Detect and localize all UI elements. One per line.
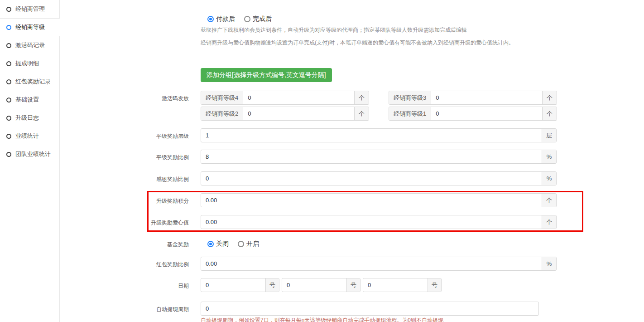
fund-reward-label: 基金奖励 <box>104 241 189 249</box>
peer-reward-ratio-group: % <box>201 150 557 164</box>
input-prefix: 经销商等级4 <box>201 91 243 104</box>
circle-icon <box>6 61 11 66</box>
sidebar: 经销商管理 经销商等级 激活码记录 提成明细 红包奖励记录 基础设置 升级日志 … <box>0 0 60 322</box>
activation-code-label: 激活码发放 <box>104 95 189 102</box>
sidebar-item-label: 业绩统计 <box>15 132 39 140</box>
peer-reward-level-input[interactable] <box>201 129 542 142</box>
auto-withdraw-hint: 自动提现周期，例如设置7日，则在每月每n天该等级经销商自动完成手动提现流程。为0… <box>201 317 443 322</box>
sidebar-item-label: 经销商等级 <box>15 23 45 31</box>
upgrade-reward-love-group: 个 <box>201 215 557 229</box>
circle-icon <box>6 98 11 102</box>
input-suffix-unit: 个 <box>354 107 369 120</box>
sidebar-item-label: 提成明细 <box>15 59 39 68</box>
radio-unselected-icon <box>244 16 250 22</box>
sidebar-item-activation-code-records[interactable]: 激活码记录 <box>0 36 59 54</box>
input-suffix-percent: % <box>542 172 556 185</box>
date-day-2-input[interactable] <box>282 278 346 292</box>
peer-reward-level-label: 平级奖励层级 <box>104 132 189 140</box>
date-group-2: 号 <box>282 278 360 292</box>
radio-selected-icon <box>207 16 214 22</box>
radio-fund-off[interactable]: 关闭 <box>207 240 229 248</box>
auto-withdraw-cycle-group <box>201 302 539 316</box>
input-suffix-layer: 层 <box>542 129 556 142</box>
input-suffix-unit: 个 <box>542 215 556 229</box>
activation-group-level1: 经销商等级1 个 <box>389 107 557 121</box>
radio-label: 关闭 <box>216 240 229 248</box>
sidebar-item-commission-detail[interactable]: 提成明细 <box>0 54 59 73</box>
input-suffix-unit: 个 <box>542 107 557 120</box>
upgrade-reward-points-label: 升级奖励积分 <box>104 197 189 205</box>
upgrade-mode-hint-1: 获取推广下线权利的会员达到条件，自动升级为对应等级的代理商；指定某团队等级人数升… <box>201 26 467 34</box>
input-suffix-day: 号 <box>428 278 441 292</box>
activation-level4-input[interactable] <box>243 91 354 104</box>
date-group-1: 号 <box>201 278 279 292</box>
input-suffix-percent: % <box>542 257 556 270</box>
peer-reward-ratio-label: 平级奖励比例 <box>104 154 189 161</box>
peer-reward-level-group: 层 <box>201 128 557 142</box>
sidebar-item-upgrade-log[interactable]: 升级日志 <box>0 109 59 127</box>
auto-withdraw-cycle-label: 自动提现周期 <box>104 306 189 313</box>
radio-fund-on[interactable]: 开启 <box>238 240 259 248</box>
radio-selected-icon <box>207 241 214 247</box>
activation-level3-input[interactable] <box>431 91 542 104</box>
sidebar-item-label: 升级日志 <box>15 114 39 122</box>
gratitude-reward-ratio-group: % <box>201 171 557 185</box>
sidebar-item-label: 基础设置 <box>15 96 39 104</box>
sidebar-item-dealer-level[interactable]: 经销商等级 <box>0 18 60 36</box>
circle-icon <box>6 7 11 12</box>
upgrade-mode-hint-2: 经销商升级与爱心值购物赠送均设置为订单完成(支付)时，本笔订单赠送的爱心值有可能… <box>201 39 514 47</box>
input-prefix: 经销商等级1 <box>389 107 431 120</box>
radio-unselected-icon <box>238 241 244 247</box>
sidebar-item-redpacket-reward-records[interactable]: 红包奖励记录 <box>0 73 59 91</box>
upgrade-reward-love-input[interactable] <box>201 215 542 229</box>
sidebar-item-label: 红包奖励记录 <box>15 78 51 86</box>
gratitude-reward-ratio-label: 感恩奖励比例 <box>104 176 189 183</box>
circle-icon <box>6 152 11 157</box>
sidebar-item-basic-settings[interactable]: 基础设置 <box>0 91 59 109</box>
input-suffix-unit: 个 <box>542 194 556 207</box>
redpacket-reward-ratio-input[interactable] <box>201 257 542 270</box>
circle-icon <box>6 134 11 139</box>
sidebar-item-team-performance-stats[interactable]: 团队业绩统计 <box>0 145 59 163</box>
radio-after-completion[interactable]: 完成后 <box>244 15 272 23</box>
sidebar-item-label: 团队业绩统计 <box>15 150 51 158</box>
input-suffix-day: 号 <box>346 278 360 292</box>
date-label: 日期 <box>104 282 189 290</box>
peer-reward-ratio-input[interactable] <box>201 150 542 163</box>
gratitude-reward-ratio-input[interactable] <box>201 172 542 185</box>
radio-label: 完成后 <box>253 15 272 23</box>
sidebar-item-label: 激活码记录 <box>15 41 45 49</box>
sidebar-item-label: 经销商管理 <box>15 5 45 13</box>
activation-group-level4: 经销商等级4 个 <box>201 91 369 105</box>
date-group-3: 号 <box>363 278 442 292</box>
input-suffix-unit: 个 <box>542 91 557 104</box>
upgrade-reward-points-input[interactable] <box>201 194 542 207</box>
circle-icon <box>6 116 11 121</box>
activation-group-level3: 经销商等级3 个 <box>389 91 557 105</box>
auto-withdraw-cycle-input[interactable] <box>201 302 538 315</box>
radio-label: 付款后 <box>216 15 235 23</box>
input-suffix-day: 号 <box>265 278 279 292</box>
input-prefix: 经销商等级3 <box>389 91 431 104</box>
upgrade-reward-points-group: 个 <box>201 193 557 207</box>
circle-icon <box>6 43 11 48</box>
sidebar-item-dealer-management[interactable]: 经销商管理 <box>0 0 59 18</box>
activation-level2-input[interactable] <box>243 107 354 120</box>
activation-group-level2: 经销商等级2 个 <box>201 107 369 121</box>
date-day-1-input[interactable] <box>201 278 265 292</box>
input-suffix-percent: % <box>542 150 556 163</box>
circle-icon <box>6 79 11 84</box>
sidebar-item-performance-stats[interactable]: 业绩统计 <box>0 127 59 145</box>
redpacket-reward-ratio-group: % <box>201 257 557 271</box>
radio-after-payment[interactable]: 付款后 <box>207 15 235 23</box>
upgrade-mode-radio-group: 付款后 完成后 <box>207 15 272 23</box>
activation-level1-input[interactable] <box>431 107 542 120</box>
upgrade-reward-love-label: 升级奖励爱心值 <box>104 219 189 227</box>
input-prefix: 经销商等级2 <box>201 107 243 120</box>
fund-reward-radio-group: 关闭 开启 <box>207 240 259 248</box>
input-suffix-unit: 个 <box>354 91 369 104</box>
add-group-button[interactable]: 添加分组[选择升级方式编号,英文逗号分隔] <box>201 68 332 82</box>
date-day-3-input[interactable] <box>363 278 428 292</box>
redpacket-reward-ratio-label: 红包奖励比例 <box>104 261 189 268</box>
circle-icon <box>6 25 11 30</box>
